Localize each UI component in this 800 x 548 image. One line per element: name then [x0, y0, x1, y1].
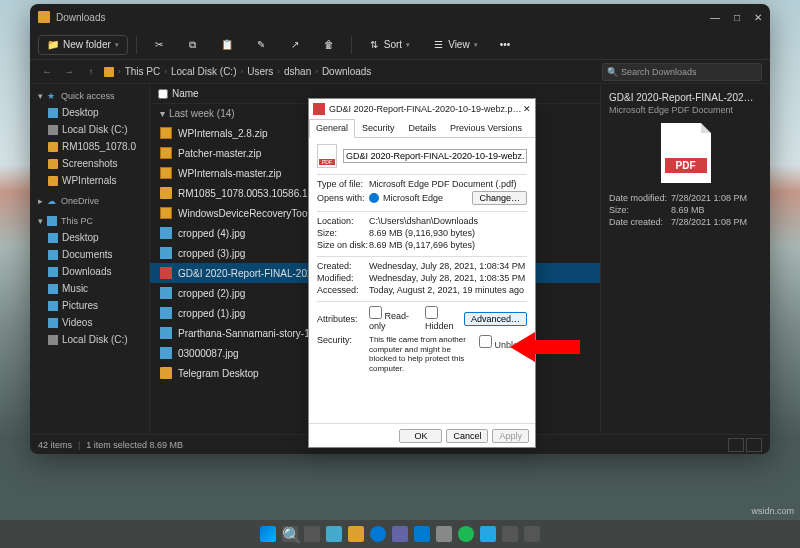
window-maximize-button[interactable]: □ [734, 12, 740, 23]
name-column[interactable]: Name [172, 88, 199, 99]
dialog-close-button[interactable]: ✕ [523, 104, 531, 114]
icons-view-button[interactable] [746, 438, 762, 452]
crumb[interactable]: Downloads [322, 66, 371, 77]
crumb[interactable]: Users [247, 66, 273, 77]
app-taskbar[interactable] [524, 526, 540, 542]
svg-marker-0 [510, 332, 580, 362]
file-name: WPInternals-master.zip [178, 168, 281, 179]
forward-button[interactable]: → [60, 66, 78, 77]
paste-button[interactable]: 📋 [213, 36, 241, 54]
zip-icon [160, 207, 172, 219]
separator [351, 36, 352, 54]
sort-button[interactable]: ⇅ Sort ▾ [360, 36, 418, 54]
file-name: Patcher-master.zip [178, 148, 261, 159]
view-button[interactable]: ☰ View ▾ [424, 36, 486, 54]
taskbar[interactable]: 🔍 [0, 520, 800, 548]
folder-icon [160, 367, 172, 379]
sidebar-item[interactable]: RM1085_1078.0 [30, 138, 149, 155]
edge-icon [369, 193, 379, 203]
view-icon: ☰ [432, 39, 444, 51]
window-minimize-button[interactable]: — [710, 12, 720, 23]
tab-security[interactable]: Security [355, 119, 402, 137]
sidebar-item-downloads[interactable]: Downloads [30, 263, 149, 280]
chevron-down-icon: ▾ [406, 41, 410, 49]
sidebar-item-music[interactable]: Music [30, 280, 149, 297]
pc-icon [104, 67, 114, 77]
folder-icon [48, 176, 58, 186]
apply-button[interactable]: Apply [492, 429, 529, 443]
file-name: cropped (4).jpg [178, 228, 245, 239]
desktop-icon [48, 233, 58, 243]
hidden-checkbox[interactable]: Hidden [425, 306, 464, 331]
filename-input[interactable] [343, 149, 527, 163]
img-icon [160, 347, 172, 359]
change-button[interactable]: Change… [472, 191, 527, 205]
sidebar-item-documents[interactable]: Documents [30, 246, 149, 263]
edge-taskbar[interactable] [370, 526, 386, 542]
img-icon [160, 307, 172, 319]
start-button[interactable] [260, 526, 276, 542]
sidebar-quick-access[interactable]: ▾ ★ Quick access [30, 88, 149, 104]
sidebar-this-pc[interactable]: ▾ This PC [30, 213, 149, 229]
tab-general[interactable]: General [309, 119, 355, 138]
sidebar-item[interactable]: WPInternals [30, 172, 149, 189]
window-titlebar[interactable]: Downloads — □ ✕ [30, 4, 770, 30]
search-input[interactable]: 🔍 Search Downloads [602, 63, 762, 81]
pc-icon [47, 216, 57, 226]
sidebar-item-videos[interactable]: Videos [30, 314, 149, 331]
app-taskbar[interactable] [502, 526, 518, 542]
tab-previous-versions[interactable]: Previous Versions [443, 119, 529, 137]
zip-icon [160, 147, 172, 159]
ok-button[interactable]: OK [399, 429, 442, 443]
crumb[interactable]: This PC [125, 66, 161, 77]
task-view-button[interactable] [304, 526, 320, 542]
new-folder-label: New folder [63, 39, 111, 50]
select-all-checkbox[interactable] [158, 89, 168, 99]
sidebar-item[interactable]: Screenshots [30, 155, 149, 172]
folder-icon [160, 187, 172, 199]
preview-title: GD&I 2020-Report-FINAL-202… [609, 92, 762, 103]
sidebar-item-pictures[interactable]: Pictures [30, 297, 149, 314]
sidebar-item-localdisk[interactable]: Local Disk (C:) [30, 121, 149, 138]
sidebar-item-desktop[interactable]: Desktop [30, 229, 149, 246]
widgets-button[interactable] [326, 526, 342, 542]
file-name: cropped (3).jpg [178, 248, 245, 259]
sidebar-item-desktop[interactable]: Desktop [30, 104, 149, 121]
window-close-button[interactable]: ✕ [754, 12, 762, 23]
folder-icon [48, 142, 58, 152]
explorer-taskbar[interactable] [348, 526, 364, 542]
breadcrumb[interactable]: › This PC› Local Disk (C:)› Users› dshan… [104, 66, 598, 77]
sidebar-onedrive[interactable]: ▸ ☁ OneDrive [30, 193, 149, 209]
paste-icon: 📋 [221, 39, 233, 51]
teams-taskbar[interactable] [392, 526, 408, 542]
search-button[interactable]: 🔍 [282, 526, 298, 542]
copy-button[interactable]: ⧉ [179, 36, 207, 54]
separator [136, 36, 137, 54]
share-button[interactable]: ↗ [281, 36, 309, 54]
tab-details[interactable]: Details [402, 119, 444, 137]
delete-button[interactable]: 🗑 [315, 36, 343, 54]
readonly-checkbox[interactable]: Read-only [369, 306, 419, 331]
file-name: WPInternals_2.8.zip [178, 128, 268, 139]
new-folder-button[interactable]: 📁 New folder ▾ [38, 35, 128, 55]
pdf-icon [317, 144, 337, 168]
more-button[interactable]: ••• [492, 36, 519, 53]
app-taskbar[interactable] [436, 526, 452, 542]
vscode-taskbar[interactable] [414, 526, 430, 542]
cut-button[interactable]: ✂ [145, 36, 173, 54]
rename-button[interactable]: ✎ [247, 36, 275, 54]
spotify-taskbar[interactable] [458, 526, 474, 542]
file-name: 03000087.jpg [178, 348, 239, 359]
view-label: View [448, 39, 470, 50]
back-button[interactable]: ← [38, 66, 56, 77]
app-taskbar[interactable] [480, 526, 496, 542]
crumb[interactable]: dshan [284, 66, 311, 77]
dialog-titlebar[interactable]: GD&I 2020-Report-FINAL-2020-10-19-webz.p… [309, 99, 535, 119]
up-button[interactable]: ↑ [82, 66, 100, 77]
sidebar-item-localdisk[interactable]: Local Disk (C:) [30, 331, 149, 348]
advanced-button[interactable]: Advanced… [464, 312, 527, 326]
crumb[interactable]: Local Disk (C:) [171, 66, 237, 77]
navigation-pane: ▾ ★ Quick access Desktop Local Disk (C:)… [30, 84, 150, 434]
cancel-button[interactable]: Cancel [446, 429, 488, 443]
details-view-button[interactable] [728, 438, 744, 452]
